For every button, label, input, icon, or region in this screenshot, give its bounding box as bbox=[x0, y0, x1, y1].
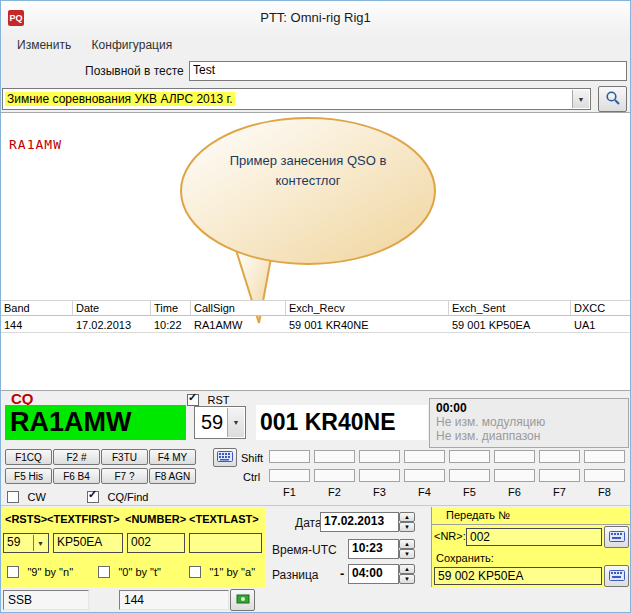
table-row[interactable]: 144 17.02.2013 10:22 RA1AMW 59 001 KR40N… bbox=[1, 318, 631, 333]
f6-b4-button[interactable]: F6 B4 bbox=[53, 468, 100, 484]
rsts-select[interactable]: 59 ▼ bbox=[3, 533, 49, 553]
column-header[interactable]: DXCC bbox=[571, 300, 631, 316]
cell-band: 144 bbox=[1, 318, 73, 333]
column-header[interactable]: Exch_Sent bbox=[449, 300, 571, 316]
spin-up-icon[interactable]: ▲ bbox=[399, 564, 415, 574]
spin-down-icon[interactable]: ▼ bbox=[399, 522, 415, 532]
fkey-label: F7 bbox=[539, 486, 580, 498]
logged-callsign-text: RA1AMW bbox=[9, 137, 62, 152]
macro-slot[interactable] bbox=[494, 450, 535, 463]
time-utc-label: Время-UTC bbox=[272, 543, 337, 557]
sub-0t-label: "0" by "t" bbox=[118, 566, 161, 578]
date-stepper[interactable]: ▲ ▼ bbox=[399, 512, 415, 532]
cw-checkbox[interactable]: CW bbox=[7, 487, 46, 505]
fkey-labels-row: F1 F2 F3 F4 F5 F6 F7 F8 bbox=[269, 486, 625, 498]
fkey-label: F6 bbox=[494, 486, 535, 498]
ctrl-label: Ctrl bbox=[243, 471, 260, 483]
macro-slot[interactable] bbox=[449, 450, 490, 463]
macro-slot[interactable] bbox=[404, 469, 445, 482]
keyboard-icon bbox=[609, 531, 625, 544]
send-panel-title: Передать № bbox=[446, 509, 510, 521]
column-header[interactable]: Band bbox=[1, 300, 73, 316]
macro-slot[interactable] bbox=[269, 469, 310, 482]
macro-slot[interactable] bbox=[314, 469, 355, 482]
f3-tu-button[interactable]: F3TU bbox=[101, 449, 148, 465]
textlast-input[interactable] bbox=[189, 533, 262, 553]
nr-input[interactable]: 002 bbox=[466, 528, 602, 546]
macro-slot[interactable] bbox=[539, 450, 580, 463]
textfirst-input[interactable]: KP50EA bbox=[53, 533, 123, 553]
app-icon: PQ bbox=[8, 10, 24, 26]
spin-down-icon[interactable]: ▼ bbox=[399, 549, 415, 559]
sub-0t-checkbox[interactable]: "0" by "t" bbox=[98, 562, 161, 580]
f4-my-button[interactable]: F4 MY bbox=[149, 449, 196, 465]
menu-configuration[interactable]: Конфигурация bbox=[84, 35, 181, 55]
sub-9n-checkbox[interactable]: "9" by "n" bbox=[7, 562, 73, 580]
log-table-header: Band Date Time CallSign Exch_Recv Exch_S… bbox=[1, 300, 631, 316]
date-input[interactable]: 17.02.2013 bbox=[320, 512, 399, 532]
save-input[interactable]: 59 002 KP50EA bbox=[434, 567, 602, 585]
macro-slot[interactable] bbox=[314, 450, 355, 463]
fkey-label: F1 bbox=[269, 486, 310, 498]
check-icon: ✓ bbox=[188, 391, 197, 404]
chevron-down-icon[interactable]: ▼ bbox=[33, 535, 47, 551]
f7-query-button[interactable]: F7 ? bbox=[101, 468, 148, 484]
macro-slot[interactable] bbox=[269, 450, 310, 463]
cq-find-checkbox[interactable]: ✓ CQ/Find bbox=[87, 487, 148, 505]
checkbox-box[interactable]: ✓ bbox=[187, 394, 199, 406]
column-header[interactable]: Date bbox=[73, 300, 151, 316]
exchange-setup-panel: <RSTS> <TEXTFIRST> <NUMBER> <TEXTLAST> 5… bbox=[1, 507, 265, 587]
checkbox-box[interactable] bbox=[189, 566, 201, 578]
macro-slot[interactable] bbox=[404, 450, 445, 463]
send-nr-button[interactable] bbox=[604, 526, 629, 548]
diff-input[interactable]: 04:00 bbox=[348, 564, 399, 584]
rsts-header: <RSTS> bbox=[5, 513, 47, 525]
macro-slot[interactable] bbox=[359, 469, 400, 482]
cell-time: 10:22 bbox=[151, 318, 191, 333]
column-header[interactable]: Time bbox=[151, 300, 191, 316]
checkbox-box[interactable] bbox=[98, 566, 110, 578]
column-header[interactable]: Exch_Recv bbox=[286, 300, 449, 316]
macro-slot[interactable] bbox=[359, 450, 400, 463]
checkbox-box[interactable] bbox=[7, 491, 19, 503]
macro-keyboard-button[interactable] bbox=[213, 448, 237, 467]
rst-select[interactable]: 59 ▼ bbox=[194, 406, 246, 439]
spin-up-icon[interactable]: ▲ bbox=[399, 512, 415, 522]
sub-9n-label: "9" by "n" bbox=[27, 566, 73, 578]
callsign-entry-field[interactable]: RA1AMW bbox=[5, 405, 186, 440]
checkbox-box[interactable] bbox=[7, 566, 19, 578]
exchange-recv-field[interactable]: 001 KR40NE bbox=[256, 405, 428, 440]
title-bar[interactable]: PQ PTT: Omni-rig Rig1 bbox=[1, 1, 630, 36]
cell-callsign: RA1AMW bbox=[191, 318, 286, 333]
chevron-down-icon[interactable]: ▼ bbox=[572, 90, 589, 108]
rst-checkbox-label: RST bbox=[207, 394, 229, 406]
spin-down-icon[interactable]: ▼ bbox=[399, 574, 415, 584]
status-line-2: Не изм. диаппазон bbox=[430, 429, 628, 443]
f8-agn-button[interactable]: F8 AGN bbox=[149, 468, 196, 484]
test-callsign-input[interactable]: Test bbox=[189, 61, 627, 81]
macro-slot[interactable] bbox=[539, 469, 580, 482]
search-button[interactable] bbox=[598, 86, 627, 112]
keyboard-icon bbox=[609, 570, 625, 583]
diff-stepper[interactable]: ▲ ▼ bbox=[399, 564, 415, 584]
chevron-down-icon[interactable]: ▼ bbox=[227, 408, 244, 437]
f2-nr-button[interactable]: F2 # bbox=[53, 449, 100, 465]
f1-cq-button[interactable]: F1CQ bbox=[5, 449, 52, 465]
macro-slot[interactable] bbox=[494, 469, 535, 482]
macro-slot[interactable] bbox=[449, 469, 490, 482]
quick-save-button[interactable] bbox=[230, 589, 255, 611]
sub-1a-label: "1" by "a" bbox=[209, 566, 255, 578]
contest-select[interactable]: Зимние соревнования УКВ АЛРС 2013 г. ▼ bbox=[2, 88, 591, 110]
checkbox-box[interactable]: ✓ bbox=[87, 491, 99, 503]
macro-slot[interactable] bbox=[584, 450, 625, 463]
sub-1a-checkbox[interactable]: "1" by "a" bbox=[189, 562, 255, 580]
time-input[interactable]: 10:23 bbox=[348, 539, 399, 559]
column-header[interactable]: CallSign bbox=[191, 300, 286, 316]
send-save-button[interactable] bbox=[604, 565, 629, 587]
spin-up-icon[interactable]: ▲ bbox=[399, 539, 415, 549]
time-stepper[interactable]: ▲ ▼ bbox=[399, 539, 415, 559]
number-input[interactable]: 002 bbox=[127, 533, 185, 553]
f5-his-button[interactable]: F5 His bbox=[5, 468, 52, 484]
macro-slot[interactable] bbox=[584, 469, 625, 482]
menu-edit[interactable]: Изменить bbox=[9, 35, 79, 55]
